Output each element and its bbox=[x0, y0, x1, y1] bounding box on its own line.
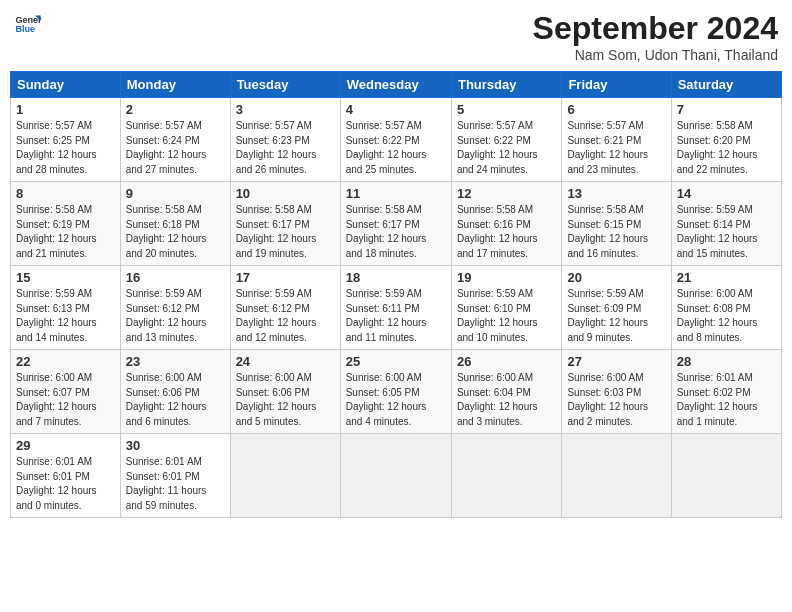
day-cell-13: 13Sunrise: 5:58 AM Sunset: 6:15 PM Dayli… bbox=[562, 182, 671, 266]
day-info-16: Sunrise: 5:59 AM Sunset: 6:12 PM Dayligh… bbox=[126, 287, 225, 345]
day-info-22: Sunrise: 6:00 AM Sunset: 6:07 PM Dayligh… bbox=[16, 371, 115, 429]
day-number-19: 19 bbox=[457, 270, 556, 285]
day-number-8: 8 bbox=[16, 186, 115, 201]
day-number-20: 20 bbox=[567, 270, 665, 285]
day-cell-8: 8Sunrise: 5:58 AM Sunset: 6:19 PM Daylig… bbox=[11, 182, 121, 266]
empty-cell bbox=[671, 434, 781, 518]
day-cell-6: 6Sunrise: 5:57 AM Sunset: 6:21 PM Daylig… bbox=[562, 98, 671, 182]
week-row-4: 22Sunrise: 6:00 AM Sunset: 6:07 PM Dayli… bbox=[11, 350, 782, 434]
day-info-19: Sunrise: 5:59 AM Sunset: 6:10 PM Dayligh… bbox=[457, 287, 556, 345]
header-monday: Monday bbox=[120, 72, 230, 98]
day-cell-2: 2Sunrise: 5:57 AM Sunset: 6:24 PM Daylig… bbox=[120, 98, 230, 182]
day-cell-15: 15Sunrise: 5:59 AM Sunset: 6:13 PM Dayli… bbox=[11, 266, 121, 350]
day-cell-18: 18Sunrise: 5:59 AM Sunset: 6:11 PM Dayli… bbox=[340, 266, 451, 350]
day-cell-14: 14Sunrise: 5:59 AM Sunset: 6:14 PM Dayli… bbox=[671, 182, 781, 266]
day-cell-17: 17Sunrise: 5:59 AM Sunset: 6:12 PM Dayli… bbox=[230, 266, 340, 350]
day-number-4: 4 bbox=[346, 102, 446, 117]
header-sunday: Sunday bbox=[11, 72, 121, 98]
day-cell-1: 1Sunrise: 5:57 AM Sunset: 6:25 PM Daylig… bbox=[11, 98, 121, 182]
day-info-18: Sunrise: 5:59 AM Sunset: 6:11 PM Dayligh… bbox=[346, 287, 446, 345]
header-tuesday: Tuesday bbox=[230, 72, 340, 98]
day-cell-22: 22Sunrise: 6:00 AM Sunset: 6:07 PM Dayli… bbox=[11, 350, 121, 434]
day-info-21: Sunrise: 6:00 AM Sunset: 6:08 PM Dayligh… bbox=[677, 287, 776, 345]
day-cell-27: 27Sunrise: 6:00 AM Sunset: 6:03 PM Dayli… bbox=[562, 350, 671, 434]
empty-cell bbox=[562, 434, 671, 518]
day-cell-11: 11Sunrise: 5:58 AM Sunset: 6:17 PM Dayli… bbox=[340, 182, 451, 266]
day-cell-23: 23Sunrise: 6:00 AM Sunset: 6:06 PM Dayli… bbox=[120, 350, 230, 434]
day-info-25: Sunrise: 6:00 AM Sunset: 6:05 PM Dayligh… bbox=[346, 371, 446, 429]
day-number-29: 29 bbox=[16, 438, 115, 453]
day-number-5: 5 bbox=[457, 102, 556, 117]
day-cell-9: 9Sunrise: 5:58 AM Sunset: 6:18 PM Daylig… bbox=[120, 182, 230, 266]
day-info-3: Sunrise: 5:57 AM Sunset: 6:23 PM Dayligh… bbox=[236, 119, 335, 177]
day-cell-3: 3Sunrise: 5:57 AM Sunset: 6:23 PM Daylig… bbox=[230, 98, 340, 182]
day-info-20: Sunrise: 5:59 AM Sunset: 6:09 PM Dayligh… bbox=[567, 287, 665, 345]
day-cell-26: 26Sunrise: 6:00 AM Sunset: 6:04 PM Dayli… bbox=[451, 350, 561, 434]
day-number-18: 18 bbox=[346, 270, 446, 285]
day-number-6: 6 bbox=[567, 102, 665, 117]
day-number-13: 13 bbox=[567, 186, 665, 201]
day-number-1: 1 bbox=[16, 102, 115, 117]
day-number-17: 17 bbox=[236, 270, 335, 285]
day-number-15: 15 bbox=[16, 270, 115, 285]
day-info-30: Sunrise: 6:01 AM Sunset: 6:01 PM Dayligh… bbox=[126, 455, 225, 513]
day-cell-5: 5Sunrise: 5:57 AM Sunset: 6:22 PM Daylig… bbox=[451, 98, 561, 182]
day-number-14: 14 bbox=[677, 186, 776, 201]
day-info-4: Sunrise: 5:57 AM Sunset: 6:22 PM Dayligh… bbox=[346, 119, 446, 177]
day-info-29: Sunrise: 6:01 AM Sunset: 6:01 PM Dayligh… bbox=[16, 455, 115, 513]
week-row-2: 8Sunrise: 5:58 AM Sunset: 6:19 PM Daylig… bbox=[11, 182, 782, 266]
empty-cell bbox=[451, 434, 561, 518]
location: Nam Som, Udon Thani, Thailand bbox=[533, 47, 778, 63]
day-cell-21: 21Sunrise: 6:00 AM Sunset: 6:08 PM Dayli… bbox=[671, 266, 781, 350]
day-number-11: 11 bbox=[346, 186, 446, 201]
day-cell-7: 7Sunrise: 5:58 AM Sunset: 6:20 PM Daylig… bbox=[671, 98, 781, 182]
day-number-26: 26 bbox=[457, 354, 556, 369]
day-info-28: Sunrise: 6:01 AM Sunset: 6:02 PM Dayligh… bbox=[677, 371, 776, 429]
day-cell-29: 29Sunrise: 6:01 AM Sunset: 6:01 PM Dayli… bbox=[11, 434, 121, 518]
week-row-1: 1Sunrise: 5:57 AM Sunset: 6:25 PM Daylig… bbox=[11, 98, 782, 182]
logo-icon: General Blue bbox=[14, 10, 42, 38]
day-number-25: 25 bbox=[346, 354, 446, 369]
title-section: September 2024 Nam Som, Udon Thani, Thai… bbox=[533, 10, 778, 63]
page-header: General Blue September 2024 Nam Som, Udo… bbox=[10, 10, 782, 63]
week-row-3: 15Sunrise: 5:59 AM Sunset: 6:13 PM Dayli… bbox=[11, 266, 782, 350]
day-number-30: 30 bbox=[126, 438, 225, 453]
day-info-2: Sunrise: 5:57 AM Sunset: 6:24 PM Dayligh… bbox=[126, 119, 225, 177]
empty-cell bbox=[340, 434, 451, 518]
day-cell-10: 10Sunrise: 5:58 AM Sunset: 6:17 PM Dayli… bbox=[230, 182, 340, 266]
day-number-10: 10 bbox=[236, 186, 335, 201]
empty-cell bbox=[230, 434, 340, 518]
calendar-table: SundayMondayTuesdayWednesdayThursdayFrid… bbox=[10, 71, 782, 518]
day-info-6: Sunrise: 5:57 AM Sunset: 6:21 PM Dayligh… bbox=[567, 119, 665, 177]
day-number-7: 7 bbox=[677, 102, 776, 117]
day-number-12: 12 bbox=[457, 186, 556, 201]
day-info-17: Sunrise: 5:59 AM Sunset: 6:12 PM Dayligh… bbox=[236, 287, 335, 345]
day-number-23: 23 bbox=[126, 354, 225, 369]
day-number-3: 3 bbox=[236, 102, 335, 117]
day-number-22: 22 bbox=[16, 354, 115, 369]
day-cell-30: 30Sunrise: 6:01 AM Sunset: 6:01 PM Dayli… bbox=[120, 434, 230, 518]
day-info-13: Sunrise: 5:58 AM Sunset: 6:15 PM Dayligh… bbox=[567, 203, 665, 261]
weekday-header-row: SundayMondayTuesdayWednesdayThursdayFrid… bbox=[11, 72, 782, 98]
header-thursday: Thursday bbox=[451, 72, 561, 98]
day-info-10: Sunrise: 5:58 AM Sunset: 6:17 PM Dayligh… bbox=[236, 203, 335, 261]
day-number-27: 27 bbox=[567, 354, 665, 369]
day-info-8: Sunrise: 5:58 AM Sunset: 6:19 PM Dayligh… bbox=[16, 203, 115, 261]
header-friday: Friday bbox=[562, 72, 671, 98]
logo: General Blue bbox=[14, 10, 42, 38]
day-info-5: Sunrise: 5:57 AM Sunset: 6:22 PM Dayligh… bbox=[457, 119, 556, 177]
day-info-26: Sunrise: 6:00 AM Sunset: 6:04 PM Dayligh… bbox=[457, 371, 556, 429]
day-info-14: Sunrise: 5:59 AM Sunset: 6:14 PM Dayligh… bbox=[677, 203, 776, 261]
day-number-21: 21 bbox=[677, 270, 776, 285]
day-info-7: Sunrise: 5:58 AM Sunset: 6:20 PM Dayligh… bbox=[677, 119, 776, 177]
day-cell-12: 12Sunrise: 5:58 AM Sunset: 6:16 PM Dayli… bbox=[451, 182, 561, 266]
day-number-16: 16 bbox=[126, 270, 225, 285]
svg-text:Blue: Blue bbox=[15, 24, 35, 34]
day-cell-4: 4Sunrise: 5:57 AM Sunset: 6:22 PM Daylig… bbox=[340, 98, 451, 182]
day-info-23: Sunrise: 6:00 AM Sunset: 6:06 PM Dayligh… bbox=[126, 371, 225, 429]
header-saturday: Saturday bbox=[671, 72, 781, 98]
day-info-24: Sunrise: 6:00 AM Sunset: 6:06 PM Dayligh… bbox=[236, 371, 335, 429]
day-info-9: Sunrise: 5:58 AM Sunset: 6:18 PM Dayligh… bbox=[126, 203, 225, 261]
day-number-9: 9 bbox=[126, 186, 225, 201]
day-info-27: Sunrise: 6:00 AM Sunset: 6:03 PM Dayligh… bbox=[567, 371, 665, 429]
